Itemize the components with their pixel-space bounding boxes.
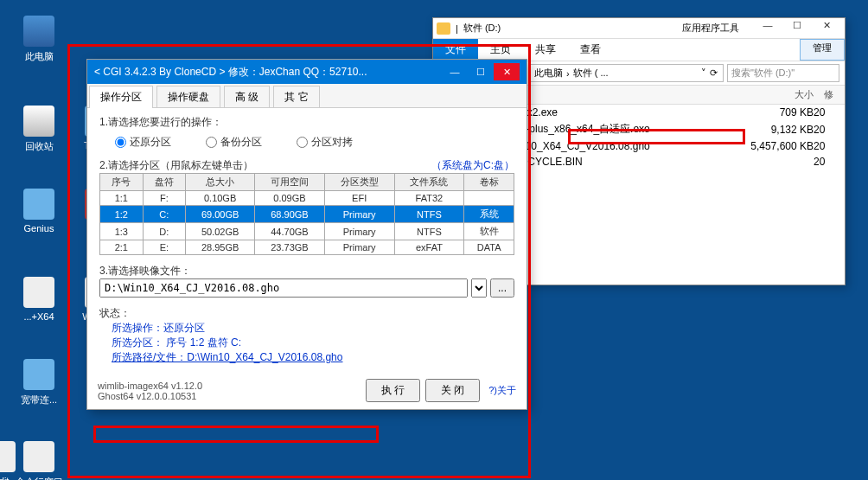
status-label: 状态： [99,306,514,321]
cgi-title-text: < CGI 3.4.2.3 By CloneCD > 修改：JexChan QQ… [94,65,442,80]
desktop-icon[interactable]: 回收站 [13,106,65,153]
cgi-tab[interactable]: 高 级 [224,86,270,108]
explorer-title-text: 软件 (D:) [463,22,668,35]
image-path-dropdown[interactable] [471,278,487,298]
part-col-header: 序号 [100,174,144,191]
image-path-input[interactable] [99,278,468,298]
status-part: 所选分区： 序号 1:2 盘符 C: [112,336,514,350]
step2-label: 2.请选择分区（用鼠标左键单击） [99,158,253,173]
maximize-button[interactable]: ☐ [468,63,494,80]
op-radio[interactable]: 还原分区 [115,135,171,150]
part-col-header: 卷标 [464,174,514,191]
part-col-header: 总大小 [186,174,255,191]
op-radio[interactable]: 备份分区 [206,135,262,150]
breadcrumb-part[interactable]: 此电脑 [534,67,563,80]
breadcrumb[interactable]: 此电脑› 软件 ( ... ˅ ⟳ [528,64,724,82]
explorer-titlebar: | 软件 (D:) 应用程序工具 — ☐ ✕ [433,18,845,39]
folder-icon [437,22,450,35]
execute-button[interactable]: 执 行 [366,379,420,402]
refresh-icon[interactable]: ⟳ [710,67,718,79]
partition-row[interactable]: 1:3D:50.02GB44.70GBPrimaryNTFS软件 [100,223,514,240]
tab-manage[interactable]: 管理 [800,39,845,61]
part-col-header: 可用空间 [255,174,325,191]
close-button[interactable]: ✕ [494,63,520,80]
part-col-header: 分区类型 [324,174,394,191]
col-size[interactable]: 大小 [737,86,819,104]
partition-row[interactable]: 1:2C:69.00GB68.90GBPrimaryNTFS系统 [100,206,514,223]
tab-home[interactable]: 主页 [478,39,523,61]
part-col-header: 文件系统 [394,174,464,191]
desktop-icon[interactable]: ...dit [0,441,26,480]
part-col-header: 盘符 [143,174,186,191]
annotation-box-path [93,426,379,443]
tab-view[interactable]: 查看 [568,39,613,61]
col-mod[interactable]: 修 [819,86,845,104]
op-radio[interactable]: 分区对拷 [297,135,353,150]
browse-button[interactable]: ... [490,278,514,298]
desktop-icon[interactable]: 此电脑 [13,16,65,63]
about-link[interactable]: ?)关于 [488,384,516,397]
tab-file[interactable]: 文件 [433,39,478,61]
cgi-tab[interactable]: 其 它 [273,86,319,108]
cgi-titlebar: < CGI 3.4.2.3 By CloneCD > 修改：JexChan QQ… [87,60,527,84]
cgi-tab[interactable]: 操作硬盘 [156,86,220,108]
status-path: 所选路径/文件：D:\Win10_X64_CJ_V2016.08.gho [112,350,514,365]
ver-ghost: Ghost64 v12.0.0.10531 [98,391,361,401]
sysdisk-label: （系统盘为C:盘） [431,158,514,173]
tool-header: 应用程序工具 [673,20,748,36]
breadcrumb-part[interactable]: 软件 ( ... [573,67,609,80]
cgi-dialog: < CGI 3.4.2.3 By CloneCD > 修改：JexChan QQ… [86,59,527,410]
desktop-icon[interactable]: 宽带连... [13,359,65,406]
cgi-tabs: 操作分区操作硬盘高 级其 它 [87,84,527,108]
desktop-icon[interactable]: ...+X64 [13,277,65,322]
step3-label: 3.请选择映像文件： [99,264,514,278]
status-op: 所选操作：还原分区 [112,321,514,336]
partition-table: 序号盘符总大小可用空间分区类型文件系统卷标 1:1F:0.10GB0.09GBE… [99,173,514,255]
partition-row[interactable]: 1:1F:0.10GB0.09GBEFIFAT32 [100,191,514,206]
minimize-button[interactable]: — [442,63,468,80]
search-input[interactable]: 搜索"软件 (D:)" [727,64,839,82]
partition-row[interactable]: 2:1E:28.95GB23.73GBPrimaryexFATDATA [100,240,514,255]
explorer-separator: | [456,23,458,34]
desktop-icon[interactable]: Genius [13,189,65,234]
tab-share[interactable]: 共享 [523,39,568,61]
ver-wimlib: wimlib-imagex64 v1.12.0 [98,381,361,391]
minimize-button[interactable]: — [753,20,782,37]
step1-label: 1.请选择您要进行的操作： [99,115,514,130]
close-button[interactable]: ✕ [812,20,841,37]
maximize-button[interactable]: ☐ [782,20,812,37]
close-button[interactable]: 关 闭 [425,379,480,402]
breadcrumb-drop[interactable]: ˅ [701,67,706,79]
cgi-tab[interactable]: 操作分区 [89,86,153,108]
